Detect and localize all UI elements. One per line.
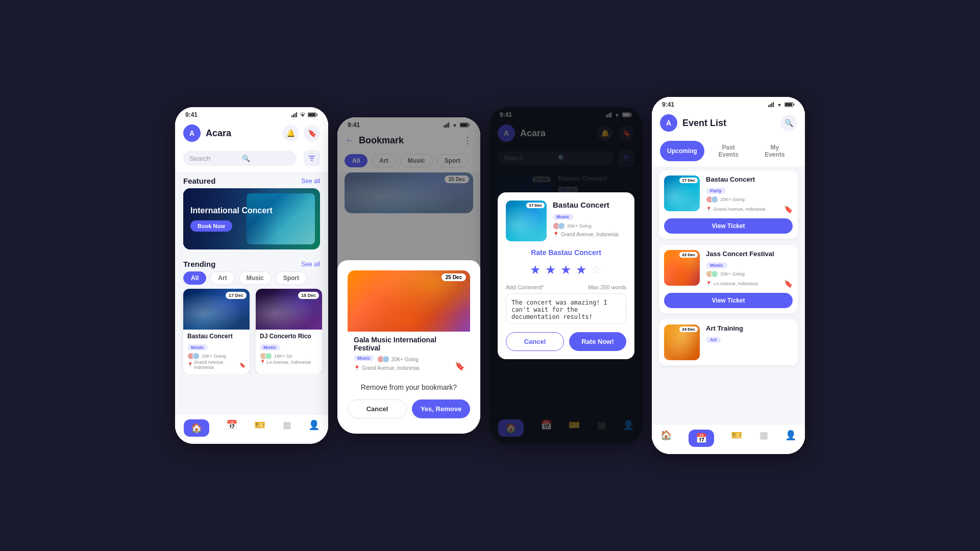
featured-section-header: Featured See all xyxy=(175,171,328,188)
svg-rect-2 xyxy=(295,113,296,117)
p4-nav-grid[interactable]: ▦ xyxy=(760,430,768,447)
remove-modal-sheet: 25 Dec Gala Music International Festival… xyxy=(337,260,480,434)
tab-upcoming[interactable]: Upcoming xyxy=(660,141,704,161)
trending-event-card-1[interactable]: 17 Dec Bastau Concert Music 20K+ Going 📍 xyxy=(183,289,250,374)
featured-see-all[interactable]: See all xyxy=(301,178,320,185)
notification-button-1[interactable]: 🔔 xyxy=(282,125,299,141)
event-list-container: 17 Dec Bastau Concert Party 20K+ Going xyxy=(652,166,805,442)
trending-see-all[interactable]: See all xyxy=(301,261,320,268)
nav-grid-1[interactable]: ▦ xyxy=(283,419,291,437)
modal-event-card: 25 Dec Gala Music International Festival… xyxy=(348,270,470,376)
event-list-header: A Event List 🔍 xyxy=(652,110,805,137)
svg-point-4 xyxy=(302,116,303,117)
rate-event-details: Bastau Concert Music 20K+ Going xyxy=(553,201,626,237)
nav-ticket-1[interactable]: 🎫 xyxy=(254,419,265,437)
el-name-3: Art Training xyxy=(706,324,793,332)
rate-modal-overlay: 17 Dec Bastau Concert Music 20K+ Go xyxy=(489,107,643,444)
category-sport[interactable]: Sport xyxy=(276,271,307,285)
category-art[interactable]: Art xyxy=(210,271,234,285)
svg-rect-30 xyxy=(768,105,769,107)
rate-event-name-title: Bastau Concert xyxy=(548,248,601,257)
el-bm-2[interactable]: 🔖 xyxy=(784,280,793,288)
el-card-inner-3: 24 Dec Art Training Art xyxy=(659,319,798,365)
avatar-1b xyxy=(192,353,200,360)
event-list-search-btn[interactable]: 🔍 xyxy=(780,115,797,131)
el-avatars-2 xyxy=(706,270,718,278)
event-bookmark-1[interactable]: 🔖 xyxy=(239,362,246,368)
comment-textarea[interactable]: The concert was amazing! I can't wait fo… xyxy=(506,293,626,324)
svg-rect-36 xyxy=(794,104,795,106)
p4-grid-icon: ▦ xyxy=(760,430,768,441)
p4-nav-ticket[interactable]: 🎫 xyxy=(731,430,742,447)
event-location-2: 📍 LA Avenue, Indonesia xyxy=(260,360,318,365)
tab-my-events[interactable]: My Events xyxy=(753,141,797,161)
event-list-logo: A xyxy=(660,114,677,132)
phone-1: 9:41 A Acara 🔔 🔖 Search 🔍 xyxy=(175,107,328,444)
rate-event-row: 17 Dec Bastau Concert Music 20K+ Go xyxy=(506,201,626,241)
app-name-1: Acara xyxy=(206,128,277,139)
p4-nav-calendar[interactable]: 📅 xyxy=(689,430,714,447)
svg-rect-37 xyxy=(785,103,792,106)
star-5[interactable]: ☆ xyxy=(591,263,602,277)
star-3[interactable]: ★ xyxy=(560,263,572,277)
featured-card-1: International Concert Book Now xyxy=(183,188,320,249)
book-now-button[interactable]: Book Now xyxy=(190,220,232,232)
cancel-rate-button[interactable]: Cancel xyxy=(506,332,564,351)
event-date-badge-2: 18 Dec xyxy=(298,292,319,299)
nav-calendar-1[interactable]: 📅 xyxy=(226,419,237,437)
p4-home-icon: 🏠 xyxy=(660,430,672,441)
event-going-2: 18K+ Go xyxy=(260,353,318,360)
cancel-remove-button[interactable]: Cancel xyxy=(348,399,407,418)
nav-home-1[interactable]: 🏠 xyxy=(184,419,209,437)
el-img-1: 17 Dec xyxy=(664,176,700,211)
category-all[interactable]: All xyxy=(183,271,206,285)
search-placeholder-1: Search xyxy=(189,155,238,162)
trending-event-card-2[interactable]: 18 Dec DJ Concerto Rico Music 18K+ Go 📍 xyxy=(256,289,322,374)
rate-event-meta: Music xyxy=(553,211,626,220)
event-tag-1: Music xyxy=(187,344,208,350)
el-bm-1[interactable]: 🔖 xyxy=(784,205,793,213)
featured-card-overlay: International Concert Book Now xyxy=(183,188,320,249)
event-card-info-1: Bastau Concert Music 20K+ Going 📍 Grand … xyxy=(183,330,250,374)
svg-rect-0 xyxy=(291,115,292,117)
bookmark-button-header-1[interactable]: 🔖 xyxy=(304,125,320,141)
nav-profile-1[interactable]: 👤 xyxy=(308,419,320,437)
tab-past-events[interactable]: Past Events xyxy=(704,141,753,161)
p4-nav-home[interactable]: 🏠 xyxy=(660,430,672,447)
p4-nav-profile[interactable]: 👤 xyxy=(785,430,796,447)
el-avatars-1 xyxy=(706,196,718,203)
confirm-remove-button[interactable]: Yes, Remove xyxy=(412,399,470,418)
modal-action-buttons: Cancel Yes, Remove xyxy=(348,399,470,418)
phone-4: 9:41 A Event List 🔍 Upcoming Past Events… xyxy=(652,97,805,454)
star-1[interactable]: ★ xyxy=(530,263,541,277)
modal-location-text: Grand Avenue, Indonesia xyxy=(362,365,420,371)
star-2[interactable]: ★ xyxy=(545,263,556,277)
event-card-img-1: 17 Dec xyxy=(183,289,250,330)
view-ticket-btn-2[interactable]: View Ticket xyxy=(664,293,793,308)
el-img-3: 24 Dec xyxy=(664,324,700,360)
el-location-2: 📍 LA Avenue, Indonesia 🔖 xyxy=(706,280,793,288)
el-tag-3: Art xyxy=(706,337,721,343)
category-music[interactable]: Music xyxy=(239,271,272,285)
rate-event-name: Bastau Concert xyxy=(553,201,626,209)
modal-going: 20K+ Going xyxy=(377,356,419,363)
rate-now-button[interactable]: Rate Now! xyxy=(569,332,626,351)
status-bar-1: 9:41 xyxy=(175,107,328,120)
remove-question: Remove from your bookmark? xyxy=(348,383,470,391)
calendar-icon-1: 📅 xyxy=(226,419,237,431)
event-date-badge-1: 17 Dec xyxy=(226,292,247,299)
search-input-1[interactable]: Search 🔍 xyxy=(183,151,297,166)
rate-event-tag: Music xyxy=(553,214,573,220)
wifi-icon xyxy=(300,112,306,117)
el-card-inner-1: 17 Dec Bastau Concert Party 20K+ Going xyxy=(659,170,798,218)
filter-button-1[interactable] xyxy=(304,150,320,166)
svg-rect-33 xyxy=(773,102,774,107)
ticket-icon-1: 🎫 xyxy=(254,419,265,431)
rate-av-b xyxy=(558,222,565,230)
star-4[interactable]: ★ xyxy=(576,263,587,277)
view-ticket-btn-1[interactable]: View Ticket xyxy=(664,218,793,234)
battery-icon xyxy=(308,112,318,117)
el-tag-2: Music xyxy=(706,262,727,268)
bookmark-remove-overlay: 25 Dec Gala Music International Festival… xyxy=(337,117,480,434)
el-card-inner-2: 22 Dec Jass Concert Festival Music 20K+ … xyxy=(659,245,798,293)
